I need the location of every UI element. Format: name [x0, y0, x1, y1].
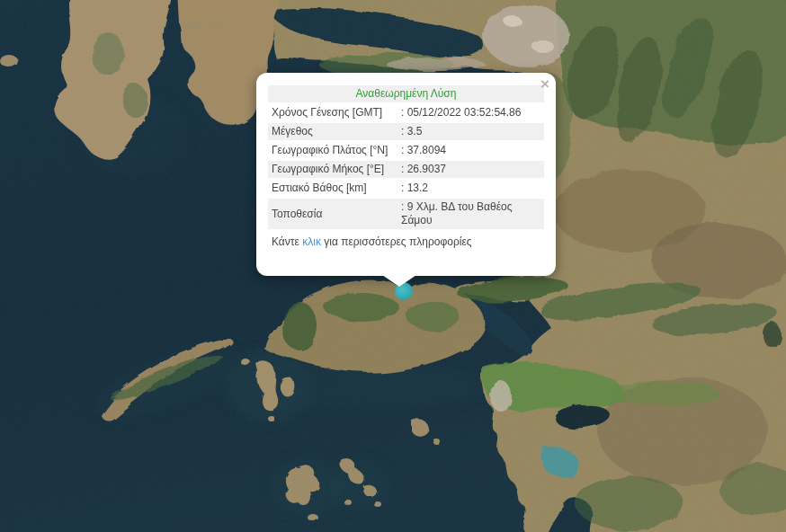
table-row: Μέγεθος : 3.5	[268, 123, 544, 140]
table-row: Τοποθεσία : 9 Χλμ. ΒΔ του Βαθέος Σάμου	[268, 199, 544, 229]
popup-footer: Κάντε κλικ για περισσότερες πληροφορίες	[272, 235, 544, 249]
row-label-magnitude: Μέγεθος	[268, 123, 397, 140]
popup-close-button[interactable]: ×	[539, 75, 551, 93]
table-row: Γεωγραφικό Πλάτος [°N] : 37.8094	[268, 142, 544, 159]
row-label-longitude: Γεωγραφικό Μήκος [°E]	[268, 161, 397, 178]
row-label-depth: Εστιακό Βάθος [km]	[268, 180, 397, 197]
row-label-latitude: Γεωγραφικό Πλάτος [°N]	[268, 142, 397, 159]
footer-text-suffix: για περισσότερες πληροφορίες	[321, 235, 472, 248]
popup-title: Αναθεωρημένη Λύση	[268, 85, 544, 102]
row-value-depth: : 13.2	[397, 180, 544, 197]
table-row: Χρόνος Γένεσης [GMT] : 05/12/2022 03:52:…	[268, 104, 544, 121]
earthquake-popup: × Αναθεωρημένη Λύση Χρόνος Γένεσης [GMT]…	[256, 73, 556, 276]
row-label-location: Τοποθεσία	[268, 199, 397, 229]
footer-text-prefix: Κάντε	[272, 235, 302, 248]
table-row: Εστιακό Βάθος [km] : 13.2	[268, 180, 544, 197]
row-label-origin-time: Χρόνος Γένεσης [GMT]	[268, 104, 397, 121]
popup-tail	[382, 275, 416, 287]
earthquake-info-table: Αναθεωρημένη Λύση Χρόνος Γένεσης [GMT] :…	[268, 84, 544, 231]
more-info-link[interactable]: κλικ	[302, 235, 321, 248]
row-value-longitude: : 26.9037	[397, 161, 544, 178]
row-value-magnitude: : 3.5	[397, 123, 544, 140]
row-value-location: : 9 Χλμ. ΒΔ του Βαθέος Σάμου	[397, 199, 544, 229]
row-value-origin-time: : 05/12/2022 03:52:54.86	[397, 104, 544, 121]
table-row: Γεωγραφικό Μήκος [°E] : 26.9037	[268, 161, 544, 178]
row-value-latitude: : 37.8094	[397, 142, 544, 159]
